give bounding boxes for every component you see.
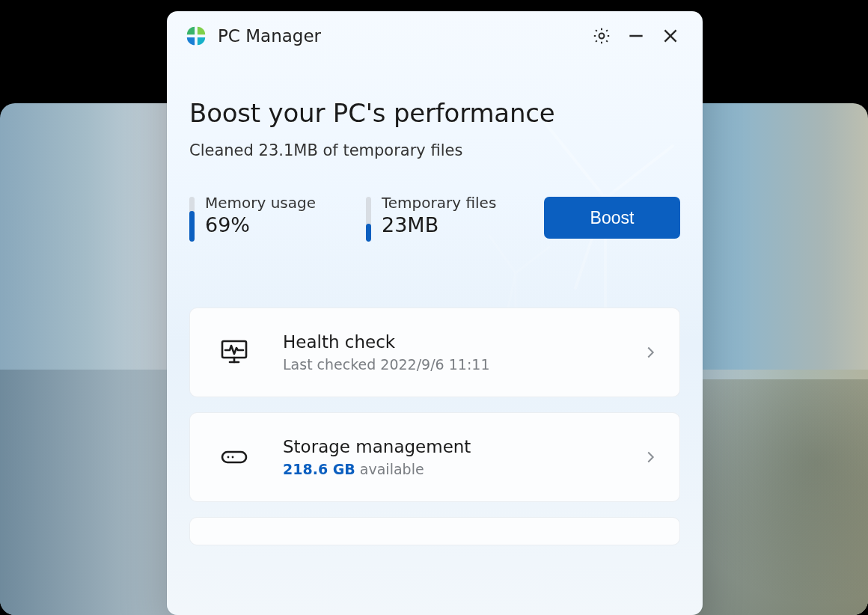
chevron-right-icon	[642, 344, 658, 361]
close-button[interactable]	[653, 19, 688, 53]
memory-usage-stat: Memory usage 69%	[189, 194, 339, 242]
settings-button[interactable]	[584, 19, 619, 53]
temp-value: 23MB	[382, 213, 496, 236]
app-logo-icon	[185, 25, 207, 47]
minimize-button[interactable]	[619, 19, 653, 53]
memory-gauge	[189, 197, 195, 242]
storage-available-value: 218.6 GB	[283, 461, 355, 477]
storage-management-card[interactable]: Storage management 218.6 GB available	[189, 412, 680, 502]
titlebar: PC Manager	[167, 11, 703, 61]
boost-button[interactable]: Boost	[544, 197, 680, 239]
hero-title: Boost your PC's performance	[189, 98, 680, 128]
app-title: PC Manager	[218, 26, 321, 46]
pc-manager-window: PC Manager Boost yo	[167, 11, 703, 615]
svg-point-18	[232, 456, 234, 459]
close-icon	[661, 26, 680, 46]
health-monitor-icon	[218, 337, 250, 368]
health-check-title: Health check	[283, 332, 642, 352]
chevron-right-icon	[642, 449, 658, 465]
temp-files-stat: Temporary files 23MB	[366, 194, 516, 242]
storage-title: Storage management	[283, 437, 642, 456]
svg-point-17	[227, 456, 230, 459]
memory-value: 69%	[205, 213, 316, 236]
storage-drive-icon	[218, 441, 250, 473]
temp-label: Temporary files	[382, 194, 496, 212]
health-check-subtitle: Last checked 2022/9/6 11:11	[283, 356, 642, 373]
svg-rect-16	[222, 452, 246, 462]
storage-available-suffix: available	[355, 461, 424, 477]
storage-subtitle: 218.6 GB available	[283, 461, 642, 477]
health-check-card[interactable]: Health check Last checked 2022/9/6 11:11	[189, 308, 680, 397]
next-card-peek[interactable]	[189, 517, 680, 545]
minimize-icon	[626, 26, 646, 46]
gear-icon	[592, 26, 611, 46]
svg-point-9	[599, 34, 605, 39]
temp-gauge	[366, 197, 371, 242]
hero-subtitle: Cleaned 23.1MB of temporary files	[189, 141, 680, 159]
stats-row: Memory usage 69% Temporary files 23MB Bo…	[189, 194, 680, 242]
memory-label: Memory usage	[205, 194, 316, 212]
